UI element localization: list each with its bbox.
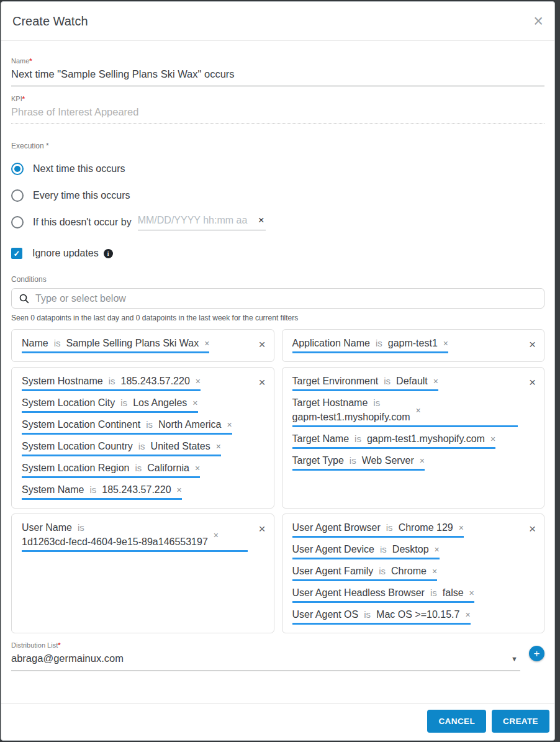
remove-condition-icon[interactable]: × bbox=[204, 339, 209, 348]
remove-condition-icon[interactable]: × bbox=[469, 589, 474, 597]
condition-value: gapm-test1 bbox=[388, 338, 438, 348]
remove-condition-icon[interactable]: × bbox=[192, 399, 197, 407]
required-asterisk: * bbox=[22, 95, 25, 102]
date-placeholder: MM/DD/YYYY hh:mm aa bbox=[138, 215, 257, 226]
condition-chip[interactable]: Application Nameisgapm-test1 × bbox=[292, 338, 448, 353]
remove-condition-icon[interactable]: × bbox=[432, 567, 437, 576]
radio-selected-icon[interactable] bbox=[11, 163, 24, 175]
cancel-button[interactable]: CANCEL bbox=[427, 710, 486, 733]
remove-condition-icon[interactable]: × bbox=[227, 420, 232, 429]
remove-condition-group-icon[interactable]: × bbox=[258, 338, 265, 350]
name-field: Name* Next time "Sample Selling Plans Sk… bbox=[11, 57, 544, 86]
remove-condition-icon[interactable]: × bbox=[416, 406, 421, 415]
condition-chip[interactable]: Target Nameisgapm-test1.myshopify.com × bbox=[292, 433, 496, 449]
condition-field-label: User Agent Device bbox=[292, 544, 375, 554]
condition-value: gapm-test1.myshopify.com bbox=[367, 433, 485, 444]
dialog-header: Create Watch × bbox=[1, 2, 554, 41]
remove-condition-icon[interactable]: × bbox=[420, 456, 425, 465]
info-icon[interactable]: i bbox=[104, 249, 113, 258]
conditions-search-input[interactable]: Type or select below bbox=[11, 288, 544, 309]
condition-value: Desktop bbox=[392, 544, 429, 554]
remove-condition-icon[interactable]: × bbox=[195, 464, 200, 473]
condition-value: California bbox=[147, 463, 189, 473]
condition-chip[interactable]: Target Hostnameisgapm-test1.myshopify.co… bbox=[292, 397, 518, 427]
condition-chip[interactable]: NameisSample Selling Plans Ski Wax × bbox=[22, 338, 209, 353]
execution-option-doesnt-occur-by[interactable]: If this doesn't occur by MM/DD/YYYY hh:m… bbox=[11, 214, 544, 230]
condition-chip[interactable]: System Hostnameis185.243.57.220 × bbox=[22, 376, 201, 391]
condition-operator: is bbox=[109, 376, 115, 386]
condition-field-label: System Location Country bbox=[22, 441, 133, 451]
search-icon bbox=[19, 294, 29, 304]
radio-icon[interactable] bbox=[11, 216, 24, 228]
remove-condition-icon[interactable]: × bbox=[216, 442, 221, 451]
remove-condition-icon[interactable]: × bbox=[465, 610, 470, 619]
remove-condition-group-icon[interactable]: × bbox=[529, 376, 536, 388]
condition-chip[interactable]: Target TypeisWeb Server × bbox=[292, 455, 425, 471]
condition-value: Los Angeles bbox=[133, 397, 187, 408]
remove-condition-icon[interactable]: × bbox=[196, 377, 201, 386]
condition-chip[interactable]: System Location ContinentisNorth America… bbox=[22, 419, 232, 435]
condition-chip[interactable]: User Nameis1d1263cd-fecd-4604-9e15-89a14… bbox=[22, 522, 248, 552]
condition-field-label: User Agent OS bbox=[292, 609, 359, 620]
condition-chip[interactable]: System Nameis185.243.57.220 × bbox=[22, 484, 182, 500]
execution-option-next-time[interactable]: Next time this occurs bbox=[11, 161, 544, 177]
conditions-grid: × NameisSample Selling Plans Ski Wax × ×… bbox=[11, 329, 544, 633]
condition-value: 1d1263cd-fecd-4604-9e15-89a146553197 bbox=[22, 536, 208, 548]
radio-icon[interactable] bbox=[11, 189, 24, 202]
condition-value: gapm-test1.myshopify.com bbox=[292, 412, 410, 423]
create-watch-dialog: Create Watch × Name* Next time "Sample S… bbox=[1, 1, 555, 741]
condition-chip[interactable]: User Agent FamilyisChrome × bbox=[292, 566, 438, 581]
dialog-body: Name* Next time "Sample Selling Plans Sk… bbox=[1, 41, 554, 692]
condition-operator: is bbox=[379, 566, 386, 576]
condition-field-label: System Name bbox=[22, 484, 84, 495]
condition-chip[interactable]: User Agent OSisMac OS >=10.15.7 × bbox=[292, 609, 471, 625]
condition-operator: is bbox=[386, 522, 393, 533]
dialog-title: Create Watch bbox=[12, 14, 88, 29]
kpi-input: Phrase of Interest Appeared bbox=[11, 106, 544, 124]
remove-condition-icon[interactable]: × bbox=[433, 377, 438, 386]
add-distribution-button[interactable]: + bbox=[529, 646, 544, 661]
condition-chip[interactable]: Target EnvironmentisDefault × bbox=[292, 376, 438, 391]
kpi-label: KPI* bbox=[11, 95, 544, 102]
condition-chip[interactable]: User Agent Headless Browserisfalse × bbox=[292, 587, 474, 603]
condition-chip[interactable]: User Agent DeviceisDesktop × bbox=[292, 544, 440, 559]
condition-field-label: System Hostname bbox=[22, 376, 103, 386]
condition-chip[interactable]: System Location CountryisUnited States × bbox=[22, 441, 221, 456]
remove-condition-icon[interactable]: × bbox=[177, 486, 182, 494]
deadline-date-input[interactable]: MM/DD/YYYY hh:mm aa × bbox=[138, 214, 266, 230]
name-input[interactable]: Next time "Sample Selling Plans Ski Wax"… bbox=[11, 68, 544, 86]
distribution-list-select[interactable]: abraga@germainux.com ▼ bbox=[11, 653, 520, 671]
remove-condition-icon[interactable]: × bbox=[459, 523, 464, 532]
required-asterisk: * bbox=[58, 641, 60, 649]
remove-condition-group-icon[interactable]: × bbox=[529, 523, 536, 535]
condition-chip[interactable]: System Location CityisLos Angeles × bbox=[22, 397, 198, 413]
condition-field-label: User Agent Browser bbox=[292, 522, 381, 533]
remove-condition-icon[interactable]: × bbox=[490, 435, 495, 443]
remove-condition-group-icon[interactable]: × bbox=[529, 338, 536, 350]
close-icon[interactable]: × bbox=[533, 13, 543, 30]
create-button[interactable]: CREATE bbox=[492, 710, 549, 733]
condition-operator: is bbox=[120, 397, 127, 408]
remove-condition-icon[interactable]: × bbox=[435, 545, 440, 554]
condition-field-label: Name bbox=[22, 338, 48, 348]
condition-operator: is bbox=[146, 419, 153, 430]
remove-condition-icon[interactable]: × bbox=[443, 339, 448, 348]
condition-operator: is bbox=[54, 338, 61, 348]
clear-date-icon[interactable]: × bbox=[257, 214, 266, 227]
condition-value: 185.243.57.220 bbox=[121, 376, 190, 386]
condition-value: Chrome bbox=[391, 566, 427, 576]
condition-operator: is bbox=[430, 587, 437, 598]
condition-operator: is bbox=[138, 441, 145, 451]
distribution-list-value: abraga@germainux.com bbox=[11, 653, 124, 664]
remove-condition-group-icon[interactable]: × bbox=[258, 376, 265, 388]
condition-card: × User Agent BrowserisChrome 129 × User … bbox=[282, 514, 545, 633]
execution-option-every-time[interactable]: Every time this occurs bbox=[11, 188, 544, 204]
remove-condition-group-icon[interactable]: × bbox=[258, 523, 265, 535]
ignore-updates-checkbox[interactable]: ✓ bbox=[11, 248, 22, 259]
condition-chip[interactable]: User Agent BrowserisChrome 129 × bbox=[292, 522, 464, 538]
condition-card: × Application Nameisgapm-test1 × bbox=[282, 329, 545, 362]
remove-condition-icon[interactable]: × bbox=[214, 531, 219, 540]
condition-chip[interactable]: System Location RegionisCalifornia × bbox=[22, 463, 200, 478]
condition-chip-list: Application Nameisgapm-test1 × bbox=[292, 338, 535, 353]
condition-card: × Target EnvironmentisDefault × Target H… bbox=[282, 367, 545, 509]
